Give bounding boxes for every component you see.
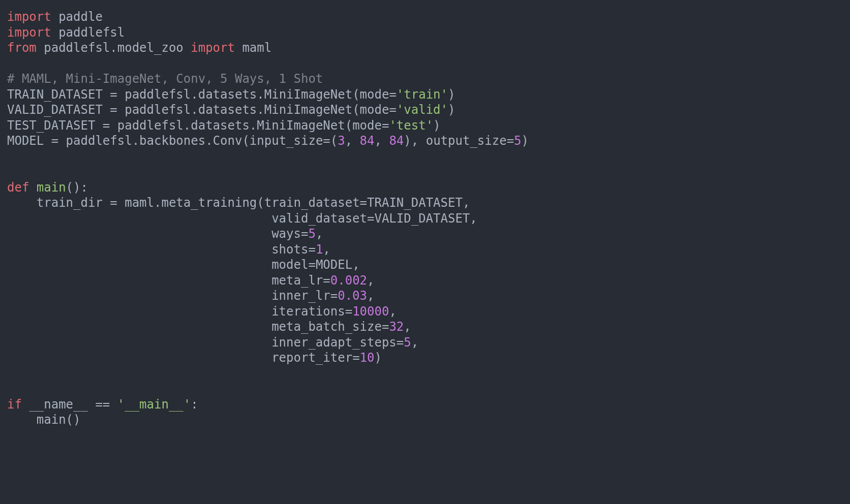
string-literal: 'valid' [397, 103, 448, 117]
keyword-def: def [7, 180, 29, 195]
kwarg-name: meta_batch_size [271, 320, 382, 334]
code-line: # MAML, Mini-ImageNet, Conv, 5 Ways, 1 S… [7, 72, 323, 86]
function-call: main [37, 413, 66, 427]
number-literal: 10 [360, 351, 375, 365]
function-call: maml.meta_training [125, 196, 257, 210]
code-line: import paddle [7, 10, 103, 24]
kwarg-name: inner_lr [271, 289, 330, 303]
string-literal: 'test' [389, 118, 433, 133]
dunder-name: __name__ [29, 397, 88, 412]
kwarg-name: ways [271, 227, 301, 241]
identifier: TRAIN_DATASET [7, 87, 103, 102]
number-literal: 5 [308, 227, 315, 241]
paren-close: ) [404, 134, 411, 148]
code-line: iterations=10000, [7, 304, 397, 319]
code-editor[interactable]: import paddle import paddlefsl from padd… [0, 0, 850, 437]
imported-name: maml [242, 41, 271, 55]
kwarg-name: report_iter [271, 351, 352, 365]
kwarg-name: shots [271, 242, 308, 257]
paren-close: ) [73, 413, 80, 427]
code-line: TRAIN_DATASET = paddlefsl.datasets.MiniI… [7, 87, 455, 102]
number-literal: 0.03 [338, 289, 367, 303]
identifier: VALID_DATASET [374, 211, 470, 226]
kwarg-name: iterations [271, 304, 345, 319]
code-line: main() [7, 413, 81, 427]
kwarg-name: mode [352, 118, 382, 133]
identifier: MODEL [7, 134, 44, 148]
code-line: ways=5, [7, 227, 323, 241]
paren-open: ( [66, 413, 73, 427]
string-literal: '__main__' [117, 397, 191, 412]
number-literal: 84 [389, 134, 404, 148]
code-line: if __name__ == '__main__': [7, 397, 198, 412]
paren-close: ) [522, 134, 529, 148]
code-line: import paddlefsl [7, 25, 125, 40]
identifier: VALID_DATASET [7, 103, 103, 117]
paren-open: ( [352, 87, 359, 102]
function-call: paddlefsl.datasets.MiniImageNet [125, 87, 352, 102]
kwarg-name: output_size [426, 134, 507, 148]
kwarg-name: mode [360, 103, 389, 117]
code-line: valid_dataset=VALID_DATASET, [7, 211, 477, 226]
code-line: inner_adapt_steps=5, [7, 335, 418, 350]
module-name: paddlefsl [58, 25, 125, 40]
number-literal: 0.002 [330, 273, 367, 288]
kwarg-name: inner_adapt_steps [271, 335, 397, 350]
number-literal: 5 [514, 134, 521, 148]
function-name: main [37, 180, 66, 195]
identifier: TEST_DATASET [7, 118, 95, 133]
paren-open: ( [345, 118, 352, 133]
kwarg-name: valid_dataset [271, 211, 367, 226]
module-name: paddlefsl.model_zoo [44, 41, 184, 55]
kwarg-name: meta_lr [271, 273, 323, 288]
keyword-import: import [7, 25, 51, 40]
paren-close: ) [374, 351, 381, 365]
paren-open: ( [330, 134, 338, 148]
code-line: MODEL = paddlefsl.backbones.Conv(input_s… [7, 134, 529, 148]
number-literal: 84 [360, 134, 375, 148]
module-name: paddle [58, 10, 103, 24]
keyword-import: import [7, 10, 51, 24]
identifier: MODEL [316, 258, 352, 272]
paren-open: ( [66, 180, 73, 195]
identifier: TRAIN_DATASET [367, 196, 463, 210]
comment: # MAML, Mini-ImageNet, Conv, 5 Ways, 1 S… [7, 72, 323, 86]
function-call: paddlefsl.datasets.MiniImageNet [125, 103, 352, 117]
keyword-if: if [7, 397, 22, 412]
code-line: TEST_DATASET = paddlefsl.datasets.MiniIm… [7, 118, 441, 133]
code-line: def main(): [7, 180, 88, 195]
kwarg-name: model [271, 258, 308, 272]
code-line: meta_lr=0.002, [7, 273, 374, 288]
code-line: shots=1, [7, 242, 330, 257]
paren-open: ( [242, 134, 249, 148]
string-literal: 'train' [397, 87, 448, 102]
number-literal: 3 [338, 134, 345, 148]
kwarg-name: mode [360, 87, 389, 102]
number-literal: 32 [389, 320, 404, 334]
keyword-import: import [191, 41, 235, 55]
paren-close: ) [448, 103, 455, 117]
paren-close: ) [448, 87, 455, 102]
identifier: train_dir [37, 196, 103, 210]
number-literal: 10000 [352, 304, 389, 319]
code-line: VALID_DATASET = paddlefsl.datasets.MiniI… [7, 103, 455, 117]
code-line: report_iter=10) [7, 351, 382, 365]
code-line: meta_batch_size=32, [7, 320, 411, 334]
function-call: paddlefsl.backbones.Conv [66, 134, 242, 148]
code-line: inner_lr=0.03, [7, 289, 374, 303]
code-line: from paddlefsl.model_zoo import maml [7, 41, 271, 55]
code-line: train_dir = maml.meta_training(train_dat… [7, 196, 470, 210]
number-literal: 1 [316, 242, 323, 257]
kwarg-name: train_dataset [264, 196, 360, 210]
number-literal: 5 [404, 335, 411, 350]
paren-open: ( [257, 196, 264, 210]
code-line: model=MODEL, [7, 258, 360, 272]
function-call: paddlefsl.datasets.MiniImageNet [117, 118, 345, 133]
keyword-from: from [7, 41, 37, 55]
paren-close: ) [73, 180, 80, 195]
kwarg-name: input_size [250, 134, 323, 148]
paren-close: ) [433, 118, 440, 133]
paren-open: ( [352, 103, 359, 117]
